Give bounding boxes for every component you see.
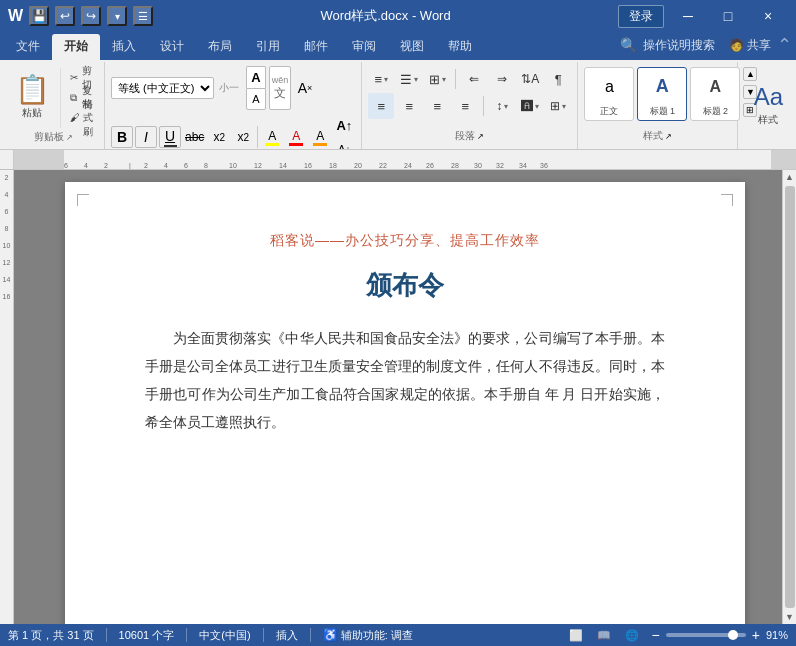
title-bar-right: 登录 ─ □ ×	[618, 4, 788, 28]
corner-mark-tr	[721, 194, 733, 206]
zoom-slider[interactable]	[666, 633, 746, 637]
increase-indent-btn[interactable]: ⇒	[489, 66, 515, 92]
copy-icon: ⧉	[70, 92, 77, 104]
text-highlight-btn[interactable]: A	[261, 126, 283, 148]
redo-button[interactable]: ↪	[81, 6, 101, 26]
borders-btn[interactable]: ⊞▾	[545, 93, 571, 119]
document-paragraph1: 为全面贯彻落实《中华人民共和国食品安全法》的要求，公司编写了本手册。本手册是公司…	[145, 325, 665, 437]
highlight-indicator	[265, 143, 279, 146]
styles-group: a 正文 A 标题 1 A 标题 2 ▲ ▼ ⊞ 样式 ↗	[578, 62, 738, 149]
tab-mailings[interactable]: 邮件	[292, 34, 340, 60]
shading-fill-btn[interactable]: 🅰▾	[517, 93, 543, 119]
title-bar: W 💾 ↩ ↪ ▾ ☰ Word样式.docx - Word 登录 ─ □ ×	[0, 0, 796, 32]
document-container: 2 4 6 8 10 12 14 16 ▲ ▼ 稻客说——办公技巧分享、提高工作…	[0, 170, 796, 624]
corner-mark-tl	[77, 194, 89, 206]
grow-font-btn[interactable]: A↑	[333, 114, 355, 136]
style-heading1[interactable]: A 标题 1	[637, 67, 687, 121]
line-spacing-btn[interactable]: ↕▾	[489, 93, 515, 119]
tab-home[interactable]: 开始	[52, 34, 100, 60]
save-button[interactable]: 💾	[29, 6, 49, 26]
scroll-up-btn[interactable]: ▲	[783, 170, 797, 184]
font-size-decrease-btn[interactable]: A	[246, 88, 266, 110]
numbering-btn[interactable]: ☰▾	[396, 66, 422, 92]
multilevel-list-btn[interactable]: ⊞▾	[424, 66, 450, 92]
maximize-button[interactable]: □	[708, 4, 748, 28]
clear-format-btn[interactable]: A×	[294, 77, 316, 99]
subscript-button[interactable]: x2	[208, 126, 230, 148]
underline-button[interactable]: U	[159, 126, 181, 148]
font-size-increase-btn[interactable]: A	[246, 66, 266, 88]
zoom-handle[interactable]	[728, 630, 738, 640]
strikethrough-button[interactable]: abc	[183, 126, 206, 148]
document-scroll-area[interactable]: ▲ ▼ 稻客说——办公技巧分享、提高工作效率 颁布令 为全面贯彻落实《中华人民共…	[14, 170, 796, 624]
align-right-btn[interactable]: ≡	[424, 93, 450, 119]
customize-quick-access[interactable]: ▾	[107, 6, 127, 26]
right-margin-indicator	[771, 150, 796, 169]
read-view-btn[interactable]: 📖	[594, 627, 614, 643]
clipboard-expand-icon[interactable]: ↗	[66, 133, 73, 142]
login-button[interactable]: 登录	[618, 5, 664, 28]
window-controls: ─ □ ×	[668, 4, 788, 28]
font-color-btn[interactable]: A	[285, 126, 307, 148]
shrink-font-btn[interactable]: A↓	[333, 138, 355, 150]
bullets-btn[interactable]: ≡▾	[368, 66, 394, 92]
tab-insert[interactable]: 插入	[100, 34, 148, 60]
close-button[interactable]: ×	[748, 4, 788, 28]
style-heading2[interactable]: A 标题 2	[690, 67, 740, 121]
paste-button[interactable]: 📋 粘贴	[10, 68, 54, 128]
share-button[interactable]: 🧑 共享	[729, 37, 771, 54]
document-header: 稻客说——办公技巧分享、提高工作效率	[145, 232, 665, 250]
phonetic-guide-btn[interactable]: wēn 文	[269, 66, 291, 110]
print-layout-view-btn[interactable]: ⬜	[566, 627, 586, 643]
tab-references[interactable]: 引用	[244, 34, 292, 60]
scroll-down-btn[interactable]: ▼	[783, 610, 797, 624]
decrease-indent-btn[interactable]: ⇐	[461, 66, 487, 92]
minimize-button[interactable]: ─	[668, 4, 708, 28]
styles-icon: Aa	[754, 83, 783, 111]
vertical-scrollbar[interactable]: ▲ ▼	[782, 170, 796, 624]
tab-help[interactable]: 帮助	[436, 34, 484, 60]
format-painter-button[interactable]: 🖌格式刷	[68, 108, 96, 127]
font-family-select[interactable]: 等线 (中文正文)	[111, 77, 214, 99]
font-color-indicator	[289, 143, 303, 146]
zoom-out-btn[interactable]: −	[650, 627, 662, 643]
tab-file[interactable]: 文件	[4, 34, 52, 60]
word-count: 10601 个字	[119, 628, 175, 643]
tab-view[interactable]: 视图	[388, 34, 436, 60]
bold-button[interactable]: B	[111, 126, 133, 148]
underline-indicator	[164, 145, 177, 147]
para-expand-icon[interactable]: ↗	[477, 132, 484, 141]
search-label[interactable]: 操作说明搜索	[643, 37, 715, 54]
scroll-thumb[interactable]	[785, 186, 795, 608]
superscript-button[interactable]: x2	[232, 126, 254, 148]
undo-button[interactable]: ↩	[55, 6, 75, 26]
align-center-btn[interactable]: ≡	[396, 93, 422, 119]
justify-btn[interactable]: ≡	[452, 93, 478, 119]
font-group: 等线 (中文正文) 小一 A A wēn 文 A× B I U	[105, 62, 362, 149]
sort-btn[interactable]: ⇅A	[517, 66, 543, 92]
web-view-btn[interactable]: 🌐	[622, 627, 642, 643]
tab-layout[interactable]: 布局	[196, 34, 244, 60]
styles-group-label: 样式	[643, 127, 663, 146]
page-info: 第 1 页，共 31 页	[8, 628, 94, 643]
para-divider2	[483, 96, 484, 116]
ribbon-toolbar: 📋 粘贴 ✂剪切 ⧉复制 🖌格式刷 剪贴板 ↗	[0, 60, 796, 150]
align-left-btn[interactable]: ≡	[368, 93, 394, 119]
zoom-in-btn[interactable]: +	[750, 627, 762, 643]
styles-apply-btn[interactable]: Aa 样式	[744, 79, 792, 131]
tab-design[interactable]: 设计	[148, 34, 196, 60]
edit-group: Aa 样式	[738, 62, 796, 149]
tab-review[interactable]: 审阅	[340, 34, 388, 60]
style-normal[interactable]: a 正文	[584, 67, 634, 121]
font-size-label: 小一	[217, 81, 241, 95]
paragraph-group: ≡▾ ☰▾ ⊞▾ ⇐ ⇒ ⇅A ¶ ≡ ≡ ≡ ≡ ↕▾ 🅰▾ ⊞▾ 段落	[362, 62, 578, 149]
touch-mode-button[interactable]: ☰	[133, 6, 153, 26]
italic-button[interactable]: I	[135, 126, 157, 148]
styles-expand-icon[interactable]: ↗	[665, 132, 672, 141]
word-logo-icon: W	[8, 7, 23, 25]
show-marks-btn[interactable]: ¶	[545, 66, 571, 92]
para-group-label: 段落	[455, 127, 475, 146]
font-shading-btn[interactable]: A	[309, 126, 331, 148]
zoom-level: 91%	[766, 629, 788, 641]
left-margin-indicator	[14, 150, 64, 169]
